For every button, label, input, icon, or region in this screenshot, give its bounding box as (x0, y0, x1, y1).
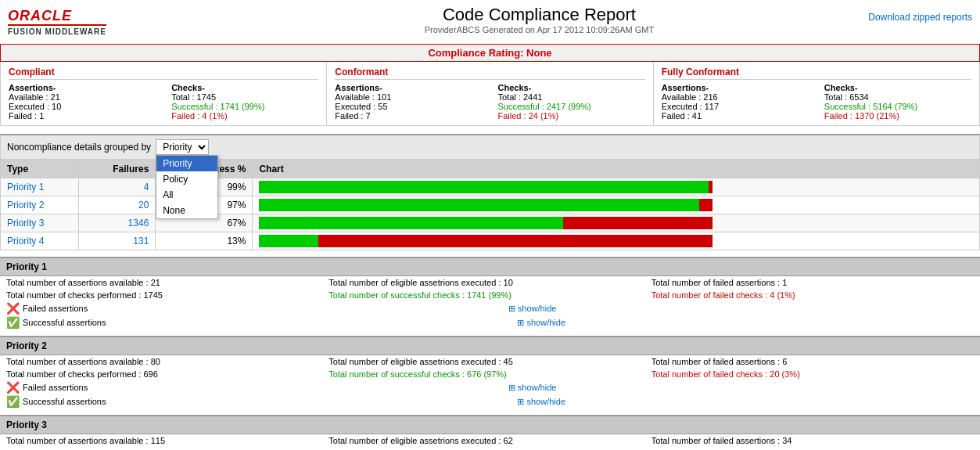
detail-row1-2: Total number of assertions available : 8… (0, 355, 980, 368)
failed-assertion-row-2: ❌ Failed assertions ⊞ show/hide (0, 380, 980, 394)
executed-1: Executed : 10 (9, 102, 156, 111)
failures-cell[interactable]: 20 (79, 196, 156, 214)
checks-label-3: Checks- (824, 83, 971, 92)
available-1: Available : 21 (9, 92, 156, 102)
failed-assertions-3: Failed : 41 (662, 111, 809, 121)
chart-cell (253, 178, 980, 196)
detail-col2-1: Total number of eligible assetrions exec… (328, 278, 651, 287)
panel-fully-conformant-title: Fully Conformant (662, 67, 971, 80)
failed-checks-3: Failed : 1370 (21%) (824, 111, 971, 121)
checks-label-2: Checks- (498, 83, 645, 92)
panel-fully-conformant: Fully Conformant Assertions- Available :… (654, 62, 979, 125)
dropdown-item-all[interactable]: All (156, 187, 217, 203)
detail-row1-1: Total number of assertions available : 2… (0, 276, 980, 289)
detail-priority-1: Priority 1 Total number of assertions av… (0, 257, 980, 329)
failed-assertions-2: Failed : 7 (335, 111, 482, 121)
noncompliance-label: Noncompliance details grouped by (7, 142, 151, 153)
detail-col1-2: Total number of assertions available : 8… (6, 357, 328, 366)
failed-icon-1: ❌ (6, 302, 20, 315)
executed-3: Executed : 117 (662, 102, 809, 111)
detail-col3-2: Total number of failed assertions : 6 (652, 357, 974, 366)
chart-cell (253, 232, 980, 250)
show-hide-success-2[interactable]: ⊞ show/hide (517, 397, 565, 407)
executed-2: Executed : 55 (335, 102, 482, 111)
detail-col1-3: Total number of assertions available : 1… (6, 436, 328, 445)
chart-cell (253, 196, 980, 214)
dropdown-menu[interactable]: Priority Policy All None (156, 155, 218, 219)
table-row: Priority 22097% (1, 196, 980, 214)
group-by-select[interactable]: Priority Policy All None (156, 139, 209, 155)
type-cell[interactable]: Priority 3 (1, 214, 79, 232)
table-row: Priority 413113% (1, 232, 980, 250)
detail-row2-3: Total number of checks performed : 4093 … (0, 447, 980, 450)
group-by-dropdown-wrapper[interactable]: Priority Policy All None Priority Policy… (156, 139, 209, 155)
summary-panels: Compliant Assertions- Available : 21 Exe… (0, 62, 980, 126)
failed-label-1: Failed assertions (23, 304, 88, 313)
col-failures: Failures (79, 160, 156, 178)
detail-header-2: Priority 2 (0, 336, 980, 355)
page-subtitle: ProviderABCS Generated on Apr 17 2012 10… (106, 25, 972, 39)
table-row: Priority 1499% (1, 178, 980, 196)
total-3: Total : 6534 (824, 92, 971, 102)
assertions-label-2: Assertions- (335, 83, 482, 92)
panel-compliant-title: Compliant (9, 67, 318, 80)
panel-conformant-title: Conformant (335, 67, 644, 80)
detail-col4-1: Total number of checks performed : 1745 (6, 290, 328, 300)
success-cell: 13% (156, 232, 253, 250)
noncompliance-header: Noncompliance details grouped by Priorit… (0, 134, 980, 160)
download-link[interactable]: Download zipped reports (868, 12, 972, 23)
success-assertion-row-1: ✅ Successful assertions ⊞ show/hide (0, 315, 980, 329)
dropdown-item-none[interactable]: None (156, 203, 217, 218)
detail-col2-2: Total number of eligible assetrions exec… (328, 357, 651, 366)
failed-assertion-row-1: ❌ Failed assertions ⊞ show/hide (0, 301, 980, 315)
show-hide-failed-1[interactable]: ⊞ show/hide (508, 304, 557, 314)
success-icon-2: ✅ (6, 395, 20, 408)
detail-row2-1: Total number of checks performed : 1745 … (0, 289, 980, 301)
detail-col5-1: Total number of successful checks : 1741… (328, 290, 651, 300)
col-type: Type (1, 160, 79, 178)
oracle-logo: ORACLE FUSION MIDDLEWARE (8, 8, 106, 36)
detail-col3-1: Total number of failed assertions : 1 (652, 278, 974, 287)
detail-priority-3: Priority 3 Total number of assertions av… (0, 415, 980, 450)
detail-col6-2: Total number of failed checks : 20 (3%) (652, 369, 974, 379)
failures-cell[interactable]: 4 (79, 178, 156, 196)
failed-assertions-1: Failed : 1 (9, 111, 156, 121)
failed-checks-1: Failed : 4 (1%) (171, 111, 318, 121)
noncompliance-table: Type Failures Success % Chart Priority 1… (0, 160, 980, 250)
col-chart: Chart (253, 160, 980, 178)
chart-cell (253, 214, 980, 232)
successful-2: Successful : 2417 (99%) (498, 102, 645, 111)
type-cell[interactable]: Priority 2 (1, 196, 79, 214)
detail-row1-3: Total number of assertions available : 1… (0, 434, 980, 447)
dropdown-item-policy[interactable]: Policy (156, 171, 217, 187)
failures-cell[interactable]: 1346 (79, 214, 156, 232)
page-title: Code Compliance Report (106, 5, 972, 25)
show-hide-failed-2[interactable]: ⊞ show/hide (508, 383, 557, 393)
dropdown-item-priority[interactable]: Priority (156, 156, 217, 171)
success-label-2: Successful assertions (23, 397, 106, 406)
checks-label-1: Checks- (171, 83, 318, 92)
detail-col1-1: Total number of assertions available : 2… (6, 278, 328, 287)
successful-1: Successful : 1741 (99%) (171, 102, 318, 111)
panel-conformant: Conformant Assertions- Available : 101 E… (327, 62, 653, 125)
detail-row2-2: Total number of checks performed : 696 T… (0, 368, 980, 380)
detail-col6-1: Total number of failed checks : 4 (1%) (652, 290, 974, 300)
success-icon-1: ✅ (6, 316, 20, 329)
oracle-brand: ORACLE (8, 8, 106, 24)
type-cell[interactable]: Priority 4 (1, 232, 79, 250)
table-row: Priority 3134667% (1, 214, 980, 232)
assertions-label-3: Assertions- (662, 83, 809, 92)
detail-col3-3: Total number of failed assertions : 34 (652, 436, 974, 445)
fusion-brand: FUSION MIDDLEWARE (8, 24, 106, 36)
panel-compliant: Compliant Assertions- Available : 21 Exe… (1, 62, 327, 125)
show-hide-success-1[interactable]: ⊞ show/hide (517, 318, 565, 328)
failures-cell[interactable]: 131 (79, 232, 156, 250)
successful-3: Successful : 5164 (79%) (824, 102, 971, 111)
detail-header-1: Priority 1 (0, 257, 980, 276)
total-1: Total : 1745 (171, 92, 318, 102)
failed-label-2: Failed assertions (23, 383, 88, 392)
type-cell[interactable]: Priority 1 (1, 178, 79, 196)
failed-checks-2: Failed : 24 (1%) (498, 111, 645, 121)
detail-col4-2: Total number of checks performed : 696 (6, 369, 328, 379)
detail-col2-3: Total number of eligible assetrions exec… (328, 436, 651, 445)
